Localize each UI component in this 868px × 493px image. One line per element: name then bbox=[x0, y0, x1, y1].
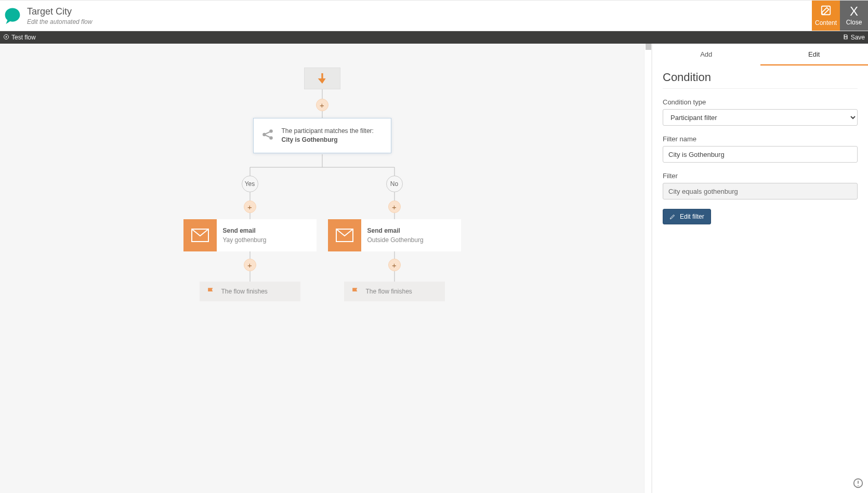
svg-point-10 bbox=[269, 130, 273, 134]
content-button[interactable]: Content bbox=[812, 1, 840, 31]
main-area: + The participant matches the filter: Ci… bbox=[0, 44, 868, 493]
condition-prefix: The participant matches the filter: bbox=[282, 127, 374, 135]
test-flow-label: Test flow bbox=[11, 34, 36, 41]
add-step-button[interactable]: + bbox=[316, 99, 328, 111]
save-icon bbox=[843, 34, 849, 41]
step-subtitle: Outside Gothenburg bbox=[367, 236, 455, 244]
step-title: Send email bbox=[367, 227, 455, 234]
tab-edit[interactable]: Edit bbox=[760, 44, 869, 65]
condition-type-label: Condition type bbox=[663, 98, 858, 106]
filter-display bbox=[663, 183, 858, 199]
email-icon bbox=[328, 219, 361, 251]
add-step-after-yes-button[interactable]: + bbox=[244, 259, 256, 271]
filter-name-input[interactable] bbox=[663, 146, 858, 163]
add-step-no-button[interactable]: + bbox=[388, 201, 401, 213]
finish-label: The flow finishes bbox=[366, 288, 412, 295]
arrow-down-icon bbox=[317, 72, 327, 85]
svg-point-11 bbox=[269, 137, 273, 140]
filter-label: Filter bbox=[663, 172, 858, 180]
test-flow-button[interactable]: Test flow bbox=[3, 34, 36, 41]
flow-finish-no: The flow finishes bbox=[344, 282, 445, 301]
branch-label-yes: Yes bbox=[242, 176, 258, 192]
branch-label-no: No bbox=[386, 176, 403, 192]
panel-heading: Condition bbox=[663, 71, 858, 84]
close-button[interactable]: X Close bbox=[840, 1, 868, 31]
condition-node-text: The participant matches the filter: City… bbox=[282, 127, 384, 144]
side-panel-tabs: Add Edit bbox=[652, 44, 868, 65]
save-button[interactable]: Save bbox=[843, 34, 865, 41]
flow-connectors bbox=[114, 44, 530, 355]
add-step-yes-button[interactable]: + bbox=[244, 201, 256, 213]
scroll-thumb[interactable] bbox=[646, 44, 651, 50]
save-label: Save bbox=[851, 34, 865, 41]
step-title: Send email bbox=[223, 227, 310, 234]
app-logo bbox=[3, 6, 22, 25]
filter-name-label: Filter name bbox=[663, 135, 858, 143]
edit-filter-button[interactable]: Edit filter bbox=[663, 209, 711, 224]
step-subtitle: Yay gothenburg bbox=[223, 236, 310, 244]
flow-canvas[interactable]: + The participant matches the filter: Ci… bbox=[0, 44, 644, 493]
content-button-label: Content bbox=[815, 19, 837, 26]
step-card-yes[interactable]: Send email Yay gothenburg bbox=[183, 219, 317, 251]
divider bbox=[663, 88, 858, 89]
page-subtitle: Edit the automated flow bbox=[27, 18, 92, 25]
flow-start-node[interactable] bbox=[304, 68, 340, 89]
side-panel: Add Edit Condition Condition type Partic… bbox=[652, 44, 868, 493]
edit-icon bbox=[820, 5, 832, 18]
svg-point-16 bbox=[858, 485, 859, 486]
edit-filter-button-label: Edit filter bbox=[680, 213, 704, 220]
svg-point-9 bbox=[262, 133, 266, 137]
canvas-scrollbar[interactable] bbox=[644, 44, 652, 493]
play-icon bbox=[3, 34, 9, 41]
flag-icon bbox=[206, 286, 216, 297]
step-card-no[interactable]: Send email Outside Gothenburg bbox=[328, 219, 461, 251]
svg-rect-0 bbox=[822, 6, 831, 15]
condition-bold: City is Gothenburg bbox=[282, 136, 338, 143]
page-title: Target City bbox=[27, 6, 92, 17]
pencil-icon bbox=[669, 214, 676, 220]
add-step-after-no-button[interactable]: + bbox=[388, 259, 401, 271]
condition-node[interactable]: The participant matches the filter: City… bbox=[253, 118, 391, 153]
action-bar: Test flow Save bbox=[0, 31, 868, 44]
close-icon: X bbox=[850, 5, 858, 18]
flag-icon bbox=[350, 286, 361, 297]
flow-finish-yes: The flow finishes bbox=[200, 282, 300, 301]
finish-label: The flow finishes bbox=[221, 288, 268, 295]
top-header: Target City Edit the automated flow Cont… bbox=[0, 0, 868, 31]
info-icon[interactable] bbox=[852, 477, 864, 489]
email-icon bbox=[183, 219, 217, 251]
condition-type-select[interactable]: Participant filter bbox=[663, 109, 858, 126]
share-icon bbox=[261, 128, 274, 143]
tab-add[interactable]: Add bbox=[652, 44, 760, 65]
close-button-label: Close bbox=[846, 19, 862, 26]
